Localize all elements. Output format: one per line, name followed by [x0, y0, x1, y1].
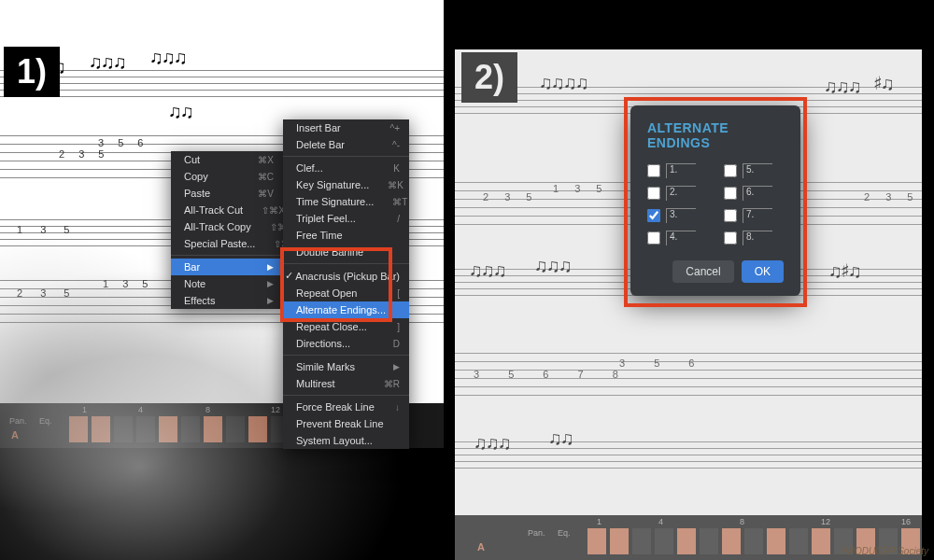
ending-checkbox[interactable]: [724, 209, 737, 222]
beat-block[interactable]: [248, 416, 267, 442]
ending-checkbox[interactable]: [724, 164, 737, 177]
ctx-simile-marks[interactable]: Simile Marks▶: [283, 358, 409, 375]
chevron-right-icon: ▶: [267, 262, 274, 272]
tab-fragment: 2 3 5: [59, 148, 109, 160]
ctx-special-paste[interactable]: Special Paste...⇧⌘V: [171, 235, 283, 252]
ending-option-6[interactable]: 6.: [724, 186, 784, 201]
ctx-cut[interactable]: Cut⌘X: [171, 151, 283, 168]
tab-fragment: 1 3 5: [17, 224, 77, 235]
ctx-alltrack-copy[interactable]: All-Track Copy⇧⌘C: [171, 218, 283, 235]
beat-block[interactable]: [92, 416, 110, 442]
ending-number: 6.: [743, 186, 772, 201]
context-menu-bar[interactable]: Insert Bar^+ Delete Bar^- Clef...K Key S…: [283, 119, 409, 449]
ok-button[interactable]: OK: [742, 260, 784, 283]
ctx-time-sig[interactable]: Time Signature...⌘T: [283, 193, 409, 210]
ctx-bar-submenu[interactable]: Bar▶: [171, 259, 283, 275]
beat-block[interactable]: [136, 416, 155, 442]
beat-block[interactable]: [114, 416, 133, 442]
ctx-force-break[interactable]: Force Break Line↓: [283, 399, 409, 415]
endings-grid: 1. 5. 2. 6. 3. 7. 4. 8.: [647, 163, 784, 245]
ctx-paste[interactable]: Paste⌘V: [171, 185, 283, 202]
ctx-clef[interactable]: Clef...K: [283, 160, 409, 176]
cancel-button[interactable]: Cancel: [672, 260, 733, 283]
track-letter: A: [6, 429, 24, 441]
ctx-multirest[interactable]: Multirest⌘R: [283, 375, 409, 392]
ctx-key-sig[interactable]: Key Signature...⌘K: [283, 176, 409, 193]
ending-number: 8.: [743, 231, 772, 245]
ctx-system-layout[interactable]: System Layout...: [283, 432, 409, 449]
ctx-note-submenu[interactable]: Note▶: [171, 275, 283, 292]
ending-number: 2.: [666, 186, 696, 201]
ctx-repeat-close[interactable]: Repeat Close...]: [283, 318, 409, 335]
ctx-prevent-break[interactable]: Prevent Break Line: [283, 415, 409, 432]
ending-checkbox[interactable]: [724, 187, 737, 200]
watermark-logo: PRODUCER Society: [842, 546, 928, 556]
ruler-mark: 8: [205, 405, 210, 414]
ctx-free-time[interactable]: Free Time: [283, 227, 409, 244]
tab-fragment: 2 3 5: [17, 287, 77, 299]
context-menu-edit[interactable]: Cut⌘X Copy⌘C Paste⌘V All-Track Cut⇧⌘X Al…: [171, 151, 283, 309]
check-icon: ✓: [285, 270, 293, 282]
ctx-alltrack-cut[interactable]: All-Track Cut⇧⌘X: [171, 202, 283, 218]
beat-block[interactable]: [226, 416, 245, 442]
beat-block[interactable]: [69, 416, 88, 442]
ending-number: 1.: [666, 163, 696, 178]
tab-fragment: 3 5 6: [98, 137, 149, 148]
ending-checkbox[interactable]: [647, 209, 660, 222]
ctx-double-barline[interactable]: Double Barline: [283, 244, 409, 260]
ending-option-3[interactable]: 3.: [647, 208, 707, 223]
ctx-repeat-open[interactable]: Repeat Open[: [283, 285, 409, 301]
ruler-mark: 1: [82, 405, 87, 414]
ending-option-2[interactable]: 2.: [647, 186, 707, 201]
beat-block[interactable]: [181, 416, 200, 442]
tab-fragment: 1 3 5: [103, 278, 153, 289]
chevron-right-icon: ▶: [393, 362, 400, 371]
ctx-anacrusis[interactable]: ✓Anacrusis (Pickup Bar): [283, 267, 409, 285]
ending-number: 5.: [743, 163, 772, 178]
beat-block[interactable]: [204, 416, 222, 442]
dialog-title: ALTERNATE ENDINGS: [647, 120, 784, 150]
panel-label-1: 1): [4, 47, 60, 97]
ruler-mark: 4: [138, 405, 143, 414]
chevron-right-icon: ▶: [267, 296, 274, 305]
ending-number: 3.: [666, 208, 696, 223]
chevron-right-icon: ▶: [267, 279, 274, 288]
ending-number: 4.: [666, 231, 696, 245]
ctx-alternate-endings[interactable]: Alternate Endings...: [283, 301, 409, 318]
ending-checkbox[interactable]: [647, 187, 660, 200]
ctx-triplet-feel[interactable]: Triplet Feel.../: [283, 210, 409, 227]
ctx-delete-bar[interactable]: Delete Bar^-: [283, 136, 409, 153]
ctx-copy[interactable]: Copy⌘C: [171, 168, 283, 185]
ctx-directions[interactable]: Directions...D: [283, 335, 409, 352]
ruler-mark: 12: [271, 405, 280, 414]
ctx-effects-submenu[interactable]: Effects▶: [171, 292, 283, 309]
ending-option-1[interactable]: 1.: [647, 163, 707, 178]
ending-option-7[interactable]: 7.: [724, 208, 784, 223]
ending-checkbox[interactable]: [647, 231, 660, 245]
ending-option-8[interactable]: 8.: [724, 231, 784, 245]
eq-label[interactable]: Eq.: [34, 416, 58, 426]
alternate-endings-dialog[interactable]: ALTERNATE ENDINGS 1. 5. 2. 6. 3. 7. 4. 8…: [630, 105, 800, 296]
ctx-insert-bar[interactable]: Insert Bar^+: [283, 119, 409, 136]
beat-block[interactable]: [159, 416, 177, 442]
ending-option-4[interactable]: 4.: [647, 231, 707, 245]
ending-checkbox[interactable]: [647, 164, 660, 177]
ending-option-5[interactable]: 5.: [724, 163, 784, 178]
ending-number: 7.: [743, 208, 772, 223]
pan-label[interactable]: Pan.: [4, 416, 33, 426]
ending-checkbox[interactable]: [724, 231, 737, 245]
